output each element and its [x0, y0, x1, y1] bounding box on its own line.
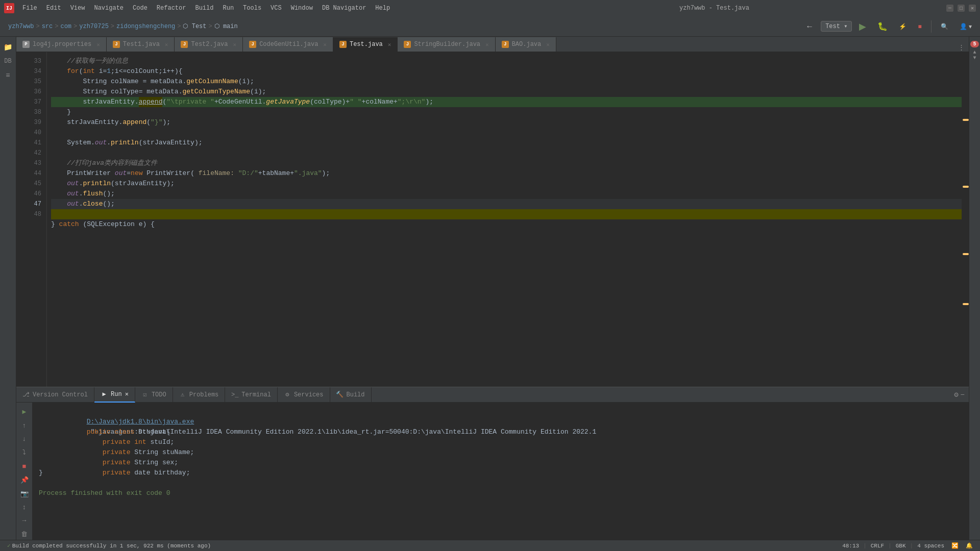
line-num-38: 38: [16, 107, 46, 117]
code-line-48: [51, 209, 962, 219]
menu-vcs[interactable]: VCS: [266, 4, 286, 13]
line-num-39: 39: [16, 117, 46, 128]
menu-navigate[interactable]: Navigate: [90, 4, 128, 13]
cursor-position[interactable]: 48:13: [839, 543, 862, 549]
debug-button[interactable]: 🐛: [873, 19, 892, 33]
run-tab-close[interactable]: ✕: [125, 390, 129, 398]
code-line-45: out.println(strJavaEntity);: [51, 179, 962, 189]
bottom-tab-problems[interactable]: ⚠ Problems: [173, 387, 226, 403]
menu-build[interactable]: Build: [191, 4, 217, 13]
bottom-tab-run[interactable]: ▶ Run ✕: [94, 387, 135, 403]
menu-refactor[interactable]: Refactor: [153, 4, 190, 13]
tab-log4j[interactable]: P log4j.properties ✕: [16, 37, 107, 52]
build-status-text: Build completed successfully in 1 sec, 9…: [12, 543, 211, 549]
breadcrumb-project[interactable]: yzh7wwb: [8, 23, 34, 30]
breadcrumb-method[interactable]: ⬡ main: [214, 22, 238, 30]
notifications-icon-status[interactable]: 🔔: [963, 542, 976, 549]
profile-button[interactable]: 👤 ▾: [955, 21, 976, 32]
breadcrumb: yzh7wwb > src > com > yzh70725 > zidongs…: [4, 22, 242, 30]
tab-bao[interactable]: J BAO.java ✕: [496, 37, 556, 52]
minimize-panel-icon[interactable]: −: [961, 391, 965, 399]
run-wrap-button[interactable]: ⤵: [19, 447, 30, 458]
bottom-tab-services[interactable]: ⚙ Services: [278, 387, 330, 403]
code-editor[interactable]: 33 34 35 36 37 38 39: [16, 52, 969, 387]
main-layout: 📁 DB ≡ P log4j.properties ✕ J Test1.java…: [0, 37, 980, 540]
code-line-41: System.out.println(strJavaEntity);: [51, 138, 962, 148]
menu-view[interactable]: View: [66, 4, 89, 13]
bottom-tab-version-control[interactable]: ⎇ Version Control: [16, 387, 94, 403]
minimize-button[interactable]: ─: [946, 5, 953, 12]
warnings-badge[interactable]: 5: [970, 41, 978, 47]
tab-close-log4j[interactable]: ✕: [96, 41, 100, 48]
coverage-button[interactable]: ⚡: [895, 21, 911, 32]
tab-icon-java4: J: [339, 41, 347, 48]
bottom-tab-problems-label: Problems: [189, 391, 219, 398]
run-dump-button[interactable]: 📷: [19, 488, 30, 499]
tab-label-test2: Test2.java: [191, 41, 228, 48]
java-exe-link[interactable]: D:\Java\jdk1.8\bin\java.exe: [87, 418, 194, 425]
search-button[interactable]: 🔍: [937, 21, 952, 32]
tab-close-codegenutil[interactable]: ✕: [323, 41, 327, 48]
scroll-mark-warning2: [963, 186, 969, 188]
menu-run[interactable]: Run: [218, 4, 238, 13]
tab-close-test[interactable]: ✕: [388, 41, 391, 48]
run-pin-button[interactable]: 📌: [19, 475, 30, 486]
project-icon[interactable]: 📁: [2, 41, 14, 53]
menu-code[interactable]: Code: [129, 4, 152, 13]
menu-edit[interactable]: Edit: [42, 4, 65, 13]
menu-help[interactable]: Help: [371, 4, 394, 13]
run-tab-icon: ▶: [101, 391, 108, 398]
menu-file[interactable]: File: [18, 4, 41, 13]
bottom-tab-terminal-label: Terminal: [241, 391, 271, 398]
tab-test[interactable]: J Test.java ✕: [333, 37, 398, 52]
tab-test1[interactable]: J Test1.java ✕: [107, 37, 175, 52]
tab-close-stringbuilder[interactable]: ✕: [485, 41, 489, 48]
run-restart-button[interactable]: ▶: [19, 407, 30, 417]
tab-close-test2[interactable]: ✕: [233, 41, 237, 48]
nav-back-button[interactable]: ←: [801, 20, 818, 33]
bottom-tab-build[interactable]: 🔨 Build: [330, 387, 372, 403]
bottom-tab-terminal[interactable]: >_ Terminal: [225, 387, 278, 403]
breadcrumb-src[interactable]: src: [42, 23, 53, 30]
notifications-icon[interactable]: ▲▼: [972, 49, 977, 61]
structure-icon[interactable]: ≡: [2, 69, 14, 82]
breadcrumb-class[interactable]: ⬡ Test: [183, 22, 206, 30]
line-num-46: 46: [16, 189, 46, 199]
breadcrumb-com[interactable]: com: [60, 23, 71, 30]
tab-stringbuilder[interactable]: J StringBuilder.java ✕: [398, 37, 495, 52]
db-browser-icon[interactable]: DB: [2, 55, 14, 67]
charset[interactable]: GBK: [893, 543, 909, 549]
tab-close-test1[interactable]: ✕: [165, 41, 168, 48]
run-stop-button[interactable]: ■: [19, 461, 30, 472]
breadcrumb-subpackage[interactable]: zidongshengcheng: [116, 23, 175, 30]
line-endings[interactable]: CRLF: [868, 543, 887, 549]
tab-codegenutil[interactable]: J CodeGenUtil.java ✕: [243, 37, 333, 52]
run-config-selector[interactable]: Test ▾: [821, 21, 852, 32]
close-button[interactable]: ✕: [969, 5, 976, 12]
code-line-37: strJavaEntity.append("\tprivate "+CodeGe…: [51, 97, 962, 107]
run-scroll-up[interactable]: ↑: [19, 420, 30, 431]
menu-window[interactable]: Window: [287, 4, 317, 13]
menu-dbnavigator[interactable]: DB Navigator: [318, 4, 370, 13]
run-settings-icon[interactable]: ⚙: [954, 390, 958, 399]
run-close-button[interactable]: 🗑: [19, 529, 30, 540]
code-content[interactable]: //获取每一列的信息 for(int i=1;i<=colCount;i++){…: [47, 52, 962, 387]
breakpoint-37: [27, 99, 32, 105]
run-scroll-down[interactable]: ↓: [19, 434, 30, 444]
code-line-42: [51, 148, 962, 158]
indent-settings[interactable]: 4 spaces: [914, 543, 947, 549]
tab-test2[interactable]: J Test2.java ✕: [175, 37, 243, 52]
status-bar: ✓ Build completed successfully in 1 sec,…: [0, 540, 980, 551]
breadcrumb-package[interactable]: yzh70725: [79, 23, 109, 30]
editor-scrollbar[interactable]: [962, 52, 969, 387]
maximize-button[interactable]: □: [958, 5, 965, 12]
run-button[interactable]: ▶: [855, 19, 870, 34]
run-settings-button[interactable]: →: [19, 516, 30, 527]
menu-tools[interactable]: Tools: [239, 4, 265, 13]
scroll-mark-warning4: [963, 303, 969, 305]
tabs-overflow-menu[interactable]: ⋮: [954, 43, 969, 52]
run-more-button[interactable]: ↕: [19, 502, 30, 513]
bottom-tab-todo[interactable]: ☑ TODO: [135, 387, 173, 403]
stop-button[interactable]: ■: [914, 21, 925, 32]
tab-close-bao[interactable]: ✕: [546, 41, 550, 48]
